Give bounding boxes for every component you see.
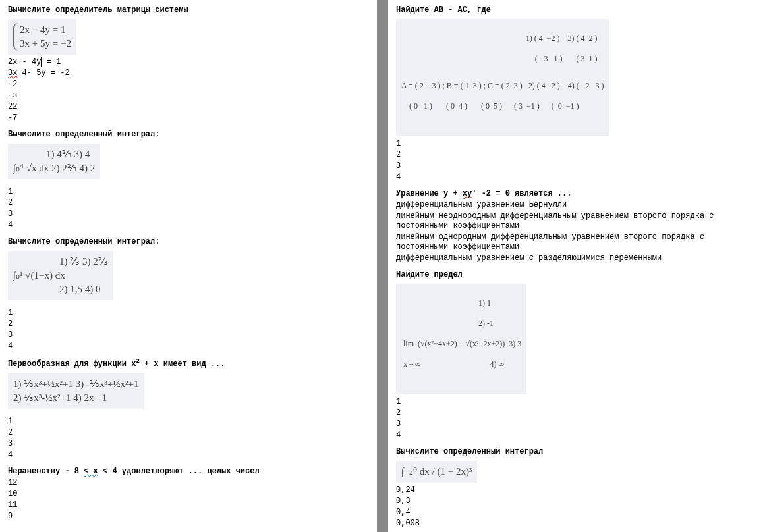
q1-ans4: -7: [8, 113, 369, 123]
q1-ans1: -2: [8, 80, 369, 90]
q1-text-line2: 3x 4- 5y = -2: [8, 68, 369, 78]
r-q3-ans4: 4: [396, 431, 757, 440]
q3-img-line3: 2) 1,5 4) 0: [13, 282, 108, 296]
q3-ans3: 3: [8, 331, 369, 340]
q2-equation-image: 1) 4⅔ 3) 4 ∫₀⁴ √x dx 2) 2⅔ 4) 2: [8, 144, 100, 179]
r-q3-equation-image: 1) 1 2) -1 lim (√(x²+4x+2) − √(x²−2x+2))…: [396, 284, 526, 394]
q4-ans1: 1: [8, 417, 369, 427]
q2-ans2: 2: [8, 198, 369, 208]
q1-ans3: 22: [8, 102, 369, 112]
q2-ans1: 1: [8, 187, 369, 197]
r-q3-title: Найдите предел: [396, 270, 757, 280]
page-separator: [377, 0, 388, 532]
q4-img-line1: 1) ⅓x³+½x²+1 3) -⅓x³+½x²+1: [13, 377, 139, 391]
q5-ans3: 11: [8, 500, 369, 510]
r-q4-ans3: 0,4: [396, 508, 757, 518]
q1-title: Вычислите определитель матрицы системы: [8, 5, 369, 15]
r-q2-title: Уравнение y + xy' -2 = 0 является ...: [396, 189, 757, 199]
q3-img-line1: 1) ⅔ 3) 2⅔: [13, 255, 108, 269]
r-q1-img-l1: 1) ( 4 −2 ) 3) ( 4 2 ): [401, 34, 604, 44]
r-q4-equation-image: ∫₋₂⁰ dx / (1 − 2x)³: [396, 461, 477, 483]
q3-equation-image: 1) ⅔ 3) 2⅔ ∫₀¹ √(1−x) dx 2) 1,5 4) 0: [8, 251, 113, 300]
r-q1-ans4: 4: [396, 173, 757, 182]
q4-ans2: 2: [8, 428, 369, 438]
q4-equation-image: 1) ⅓x³+½x²+1 3) -⅓x³+½x²+1 2) ⅓x³-½x²+1 …: [8, 373, 144, 409]
r-q4-img-l1: ∫₋₂⁰ dx / (1 − 2x)³: [401, 465, 472, 479]
q5-title: Неравенству - 8 < x < 4 удовлетворяют ..…: [8, 467, 369, 477]
r-q4-title: Вычислите определенный интеграл: [396, 447, 757, 457]
r-q3-ans2: 2: [396, 408, 757, 418]
r-q3-ans3: 3: [396, 419, 757, 429]
r-q1-ans2: 2: [396, 150, 757, 160]
q2-img-line2: ∫₀⁴ √x dx 2) 2⅔ 4) 2: [13, 161, 95, 175]
q4-ans4: 4: [8, 450, 369, 460]
q2-ans3: 3: [8, 209, 369, 219]
r-q3-ans1: 1: [396, 397, 757, 407]
r-q4-ans1: 0,24: [396, 485, 757, 495]
r-q1-img-l2: A = ( 2 −3 ) ; B = ( 1 3 ) ; C = ( 2 3 )…: [401, 81, 604, 92]
q3-img-line2: ∫₀¹ √(1−x) dx: [13, 269, 108, 282]
q3-ans1: 1: [8, 308, 369, 318]
q3-ans4: 4: [8, 342, 369, 352]
q3-ans2: 2: [8, 319, 369, 329]
q4-img-line2: 2) ⅓x³-½x²+1 4) 2x +1: [13, 391, 139, 405]
r-q2-ans3: линейным однородным дифференциальным ура…: [396, 232, 757, 252]
q2-ans4: 4: [8, 221, 369, 230]
q2-img-line1: 1) 4⅔ 3) 4: [13, 147, 95, 161]
q1-equation-image: 2x − 4y = 1 3x + 5y = −2: [8, 19, 76, 55]
r-q1-equation-image: 1) ( 4 −2 ) 3) ( 4 2 ) ( −3 1 ) ( 3 1 ) …: [396, 19, 609, 136]
r-q2-ans2: линейным неоднородным дифференциальным у…: [396, 211, 757, 231]
r-q4-ans2: 0,3: [396, 496, 757, 506]
r-q3-img-l3: lim (√(x²+4x+2) − √(x²−2x+2)) 3) 3: [401, 339, 521, 350]
q1-eq-line2: 3x + 5y = −2: [20, 37, 71, 51]
q1-eq-line1: 2x − 4y = 1: [20, 23, 71, 37]
r-q3-img-l2: 2) -1: [401, 319, 521, 329]
q5-ans4: 9: [8, 512, 369, 521]
q4-title: Первообразная для функции x2 + x имеет в…: [8, 358, 369, 369]
r-q4-ans4: 0,008: [396, 519, 757, 529]
q5-ans2: 10: [8, 489, 369, 499]
page-left: Вычислите определитель матрицы системы 2…: [0, 0, 377, 532]
r-q3-img-l4: x→∞ 4) ∞: [401, 359, 521, 370]
r-q1-img-l1b: ( −3 1 ) ( 3 1 ): [401, 54, 604, 65]
r-q3-img-l1: 1) 1: [401, 298, 521, 309]
q2-title: Вычислите определенный интеграл:: [8, 130, 369, 140]
q1-text-line1: 2x - 4y = 1: [8, 57, 369, 67]
r-q1-title: Найдите AB - AC, где: [396, 5, 757, 15]
r-q2-ans4: дифференциальным уравнением с разделяющи…: [396, 253, 757, 263]
r-q1-img-l2b: ( 0 1 ) ( 0 4 ) ( 0 5 ) ( 3 −1 ) ( 0 −1 …: [401, 101, 604, 112]
q4-ans3: 3: [8, 439, 369, 449]
q5-ans1: 12: [8, 478, 369, 488]
q1-ans2: -з: [8, 91, 369, 101]
q3-title: Вычислите определенный интеграл:: [8, 237, 369, 247]
r-q1-ans1: 1: [396, 139, 757, 149]
r-q2-ans1: дифференциальным уравнением Бернулли: [396, 200, 757, 210]
page-right: Найдите AB - AC, где 1) ( 4 −2 ) 3) ( 4 …: [388, 0, 765, 532]
r-q1-ans3: 3: [396, 161, 757, 171]
